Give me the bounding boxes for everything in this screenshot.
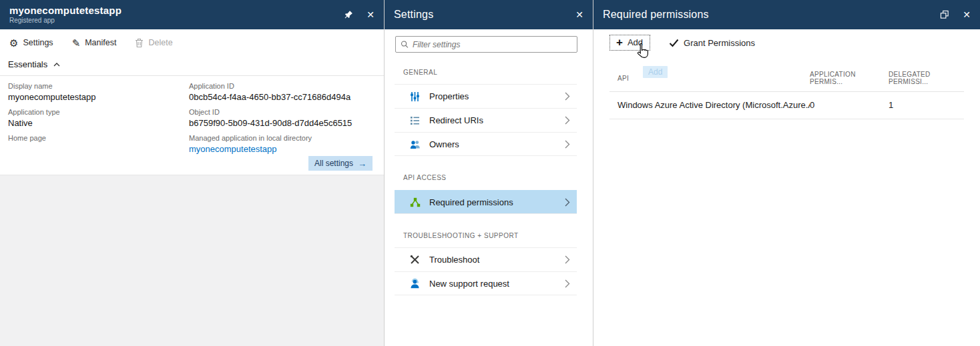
settings-item-label: Properties [429,91,469,101]
add-button-label: Add [628,37,643,47]
settings-item-label: Owners [429,139,459,149]
required-permissions-header: Required permissions ✕ [593,0,980,29]
add-button-ghost: Add [643,66,668,78]
grant-permissions-button[interactable]: Grant Permissions [669,38,755,48]
arrow-right-icon: → [358,159,366,169]
search-icon [401,40,409,49]
settings-blade-header: Settings ✕ [385,0,593,29]
blade-empty-area [0,175,384,346]
settings-item-troubleshoot[interactable]: Troubleshoot [395,247,577,271]
settings-item-new-support-request[interactable]: New support request [395,271,577,295]
troubleshoot-icon [409,255,421,265]
chevron-right-icon [565,92,570,101]
settings-item-label: New support request [429,279,509,289]
chevron-right-icon [565,279,570,288]
required-permissions-icon [409,197,421,207]
gear-icon: ⚙ [9,38,18,48]
chevron-right-icon [565,255,570,264]
settings-item-properties[interactable]: Properties [395,84,577,108]
settings-item-required-permissions[interactable]: Required permissions [395,190,577,214]
plus-icon: + [616,38,623,47]
app-blade: myonecomputetestapp Registered app ✕ ⚙ S… [0,0,385,346]
azure-portal: myonecomputetestapp Registered app ✕ ⚙ S… [0,0,980,346]
column-header-application-permissions: APPLICATION PERMIS... [810,71,889,85]
settings-list-troubleshooting: Troubleshoot New support request [395,247,577,295]
settings-item-label: Troubleshoot [429,255,479,265]
settings-item-label: Required permissions [429,197,513,207]
settings-list-general: Properties Redirect URIs [395,84,577,156]
application-permissions-cell: 0 [810,100,889,110]
essentials-fields: Display name myonecomputetestapp Applica… [8,81,376,159]
settings-list-api-access: Required permissions [395,190,577,214]
required-permissions-title: Required permissions [603,9,709,21]
chevron-up-icon [53,63,60,67]
field-application-id: Application ID 0bcb54c4-f4aa-4650-bb37-c… [189,81,376,103]
maximize-icon[interactable] [939,9,951,21]
field-home-page: Home page [8,133,189,155]
permissions-toolbar: + Add Grant Permissions [609,35,755,51]
settings-item-owners[interactable]: Owners [395,132,577,156]
table-row[interactable]: Windows Azure Active Directory (Microsof… [609,92,964,119]
chevron-right-icon [565,198,570,207]
api-name-cell: Windows Azure Active Directory (Microsof… [609,100,810,110]
section-label-general: GENERAL [403,69,437,76]
column-header-api: API [609,75,810,82]
essentials-toggle[interactable]: Essentials [8,59,60,69]
chevron-right-icon [565,116,570,125]
manifest-button[interactable]: ✎ Manifest [72,38,117,48]
managed-application-link[interactable]: myonecomputetestapp [189,144,376,155]
settings-button[interactable]: ⚙ Settings [9,38,53,48]
field-display-name: Display name myonecomputetestapp [8,81,189,103]
app-toolbar: ⚙ Settings ✎ Manifest Delete [0,29,384,56]
essentials-label: Essentials [8,59,47,69]
close-icon[interactable]: ✕ [961,9,972,21]
support-request-icon [409,278,421,289]
delegated-permissions-cell: 1 [889,100,964,110]
section-label-api-access: API ACCESS [403,174,446,181]
close-icon[interactable]: ✕ [365,9,376,21]
required-permissions-blade: Required permissions ✕ + Add [593,0,980,346]
column-header-delegated-permissions: DELEGATED PERMISSI... [889,71,964,85]
section-label-troubleshooting: TROUBLESHOOTING + SUPPORT [403,232,519,239]
manifest-button-label: Manifest [85,38,116,47]
field-application-type: Application type Native [8,107,189,129]
add-permission-button[interactable]: + Add [609,35,650,51]
grant-button-label: Grant Permissions [684,38,755,48]
all-settings-button[interactable]: All settings → [308,156,373,171]
app-blade-subtitle: Registered app [9,17,121,25]
owners-icon [409,139,421,149]
trash-icon [135,38,144,48]
chevron-right-icon [565,140,570,149]
essentials-divider [0,75,384,76]
redirect-uris-icon [409,116,421,125]
settings-blade: Settings ✕ GENERAL [385,0,593,346]
grant-permissions-icon [669,39,679,47]
settings-button-label: Settings [23,38,53,47]
delete-button[interactable]: Delete [135,38,172,48]
close-icon[interactable]: ✕ [574,9,585,21]
field-managed-application: Managed application in local directory m… [189,133,376,155]
settings-blade-title: Settings [394,9,433,21]
filter-settings-searchbox[interactable] [395,36,577,53]
properties-icon [409,91,421,102]
field-object-id: Object ID b6759f90-5b09-431d-90d8-d7dd4e… [189,107,376,129]
app-blade-title: myonecomputetestapp [9,5,121,16]
pencil-icon: ✎ [72,38,81,48]
delete-button-label: Delete [148,38,172,47]
pushpin-icon [344,10,353,19]
settings-item-redirect-uris[interactable]: Redirect URIs [395,108,577,132]
filter-settings-input[interactable] [413,40,572,49]
settings-item-label: Redirect URIs [429,115,483,125]
all-settings-label: All settings [314,159,353,168]
app-blade-header: myonecomputetestapp Registered app ✕ [0,0,384,29]
pin-icon[interactable] [342,9,354,21]
